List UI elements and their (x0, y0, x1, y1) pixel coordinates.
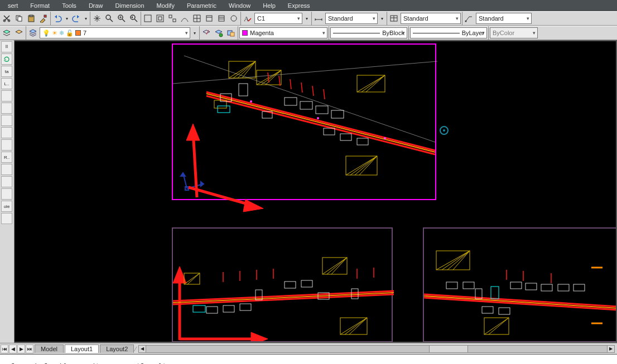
tab-layout2[interactable]: Layout2 (100, 344, 134, 353)
plotstyle-combo[interactable]: ByColor (490, 27, 538, 38)
drawing-area[interactable] (15, 40, 617, 343)
paste-button[interactable] (26, 13, 37, 24)
palette-btn-l[interactable]: L.. (1, 78, 12, 89)
palette-btn-14[interactable] (1, 213, 12, 224)
menu-express[interactable]: Express (282, 1, 316, 10)
viewport-bottom-left[interactable] (172, 227, 393, 342)
menu-insert[interactable]: sert (2, 1, 23, 10)
palette-btn-12[interactable] (1, 188, 12, 200)
palette-refresh-icon[interactable] (1, 54, 12, 65)
zoom-realtime-button[interactable] (104, 13, 115, 24)
palette-btn-5[interactable] (1, 103, 12, 114)
svg-rect-18 (173, 19, 176, 22)
zoom-previous-button[interactable] (128, 13, 139, 24)
text-style-more-button[interactable]: ▾ (303, 13, 310, 24)
layer-tool-1[interactable] (201, 27, 212, 38)
undo-button[interactable] (52, 13, 63, 24)
palette-btn-8[interactable] (1, 139, 12, 151)
svg-point-7 (106, 15, 110, 20)
tab-nav-first[interactable]: ⏮ (1, 344, 8, 353)
lineweight-combo[interactable]: ByLayer (410, 27, 487, 38)
dim-style-more-button[interactable]: ▾ (379, 13, 385, 24)
ml-style-combo[interactable]: Standard (476, 13, 532, 24)
tool-btn-2[interactable] (155, 13, 166, 24)
tool-btn-6[interactable] (204, 13, 215, 24)
tool-btn-3[interactable] (167, 13, 178, 24)
copy-button[interactable] (13, 13, 25, 24)
menu-help[interactable]: Help (257, 1, 281, 10)
layer-tool-2[interactable] (213, 27, 224, 38)
text-style-icon[interactable]: A (242, 13, 253, 24)
svg-rect-47 (331, 110, 344, 118)
dim-style-icon[interactable] (313, 13, 324, 24)
color-swatch (242, 30, 248, 36)
match-props-button[interactable] (38, 13, 49, 24)
palette-btn-11[interactable] (1, 176, 12, 187)
tab-nav-last[interactable]: ⏭ (26, 344, 33, 353)
linetype-combo[interactable]: ByBlock (330, 27, 407, 38)
palette-btn-6[interactable] (1, 115, 12, 126)
palette-btn-10[interactable] (1, 164, 12, 175)
dim-style-combo[interactable]: Standard (325, 13, 378, 24)
layer-on-icon: 💡 (42, 30, 50, 37)
tool-btn-1[interactable] (142, 13, 153, 24)
linetype-value: ByBlock (382, 30, 404, 36)
palette-btn-r[interactable]: R.. (1, 152, 12, 163)
svg-point-62 (317, 117, 319, 119)
svg-rect-115 (491, 287, 499, 299)
palette-btn-4[interactable] (1, 90, 12, 101)
menu-tools[interactable]: Tools (56, 1, 82, 10)
tool-btn-7[interactable] (216, 13, 227, 24)
menu-format[interactable]: Format (25, 1, 55, 10)
tab-nav-prev[interactable]: ◀ (9, 344, 17, 353)
horizontal-scrollbar[interactable]: ◀ ▶ (138, 345, 615, 353)
svg-rect-109 (526, 283, 537, 290)
ml-style-icon[interactable] (464, 13, 475, 24)
menu-draw[interactable]: Draw (83, 1, 109, 10)
svg-rect-85 (206, 307, 218, 313)
table-style-icon[interactable] (388, 13, 399, 24)
layer-dropdown-button[interactable]: ▾ (191, 27, 198, 38)
svg-rect-45 (300, 101, 312, 109)
layer-tool-3[interactable] (225, 27, 237, 38)
palette-btn-7[interactable] (1, 127, 12, 138)
undo-dropdown-button[interactable]: ▾ (64, 13, 70, 24)
tab-layout1[interactable]: Layout1 (65, 344, 99, 353)
viewport-top[interactable] (172, 43, 436, 200)
table-style-combo[interactable]: Standard (401, 13, 461, 24)
tab-model[interactable]: Model (35, 344, 64, 353)
tool-btn-4[interactable] (179, 13, 190, 24)
svg-line-58 (301, 82, 302, 93)
command-line[interactable]: Command: Specify opposite corner: *Cance… (0, 354, 617, 364)
layer-prev-button[interactable] (1, 27, 12, 38)
tool-btn-5[interactable] (191, 13, 203, 24)
tool-btn-8[interactable] (228, 13, 239, 24)
layer-state-button[interactable] (13, 27, 25, 38)
layer-combo[interactable]: 💡 ☀ ❄ 🔓 7 (40, 27, 190, 38)
cut-button[interactable] (1, 13, 12, 24)
layer-properties-button[interactable] (27, 27, 38, 38)
palette-btn-ole[interactable]: ole (1, 201, 12, 212)
redo-button[interactable] (71, 13, 82, 24)
palette-btn-ta[interactable]: ta (1, 66, 12, 77)
palette-grip[interactable]: ⠿ (1, 41, 12, 52)
menu-dimension[interactable]: Dimension (110, 1, 150, 10)
redo-dropdown-button[interactable]: ▾ (83, 13, 89, 24)
color-combo[interactable]: Magenta (239, 27, 327, 38)
hscroll-thumb[interactable] (429, 345, 468, 353)
viewport-bottom-right[interactable] (423, 227, 617, 342)
hscroll-left-button[interactable]: ◀ (138, 345, 146, 353)
viewport-top-content (173, 45, 437, 201)
hscroll-right-button[interactable]: ▶ (607, 345, 615, 353)
text-style-combo[interactable]: C1 (254, 13, 302, 24)
menu-parametric[interactable]: Parametric (181, 1, 222, 10)
pan-button[interactable] (91, 13, 103, 24)
menu-modify[interactable]: Modify (151, 1, 180, 10)
menu-window[interactable]: Window (223, 1, 256, 10)
tab-nav-next[interactable]: ▶ (17, 344, 25, 353)
layer-lock-icon: 🔓 (66, 30, 74, 37)
svg-rect-15 (157, 15, 163, 22)
toolbar-row-1: ▾ ▾ A C1 ▾ (0, 11, 617, 26)
zoom-window-button[interactable] (116, 13, 127, 24)
svg-point-31 (219, 33, 223, 37)
